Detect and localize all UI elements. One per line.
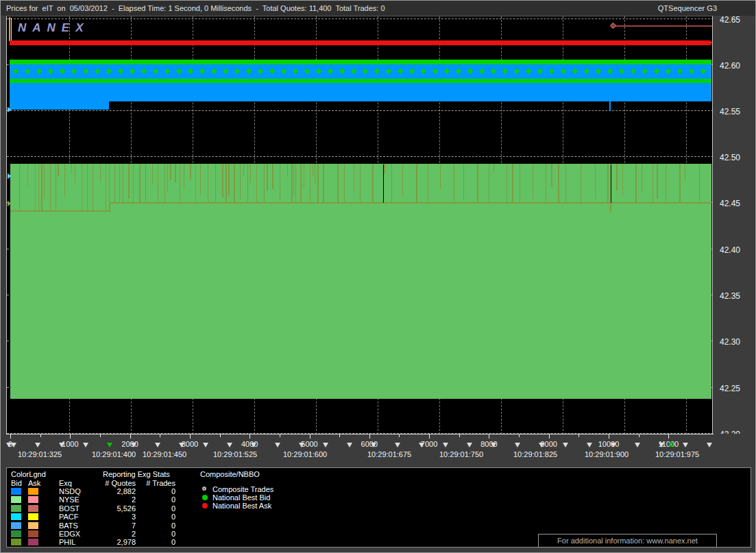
bid-flicker-spike xyxy=(56,164,56,212)
x-minor-tick xyxy=(100,434,101,437)
quote-marker-triangle xyxy=(707,443,712,447)
stats-title: Reporting Exg Stats xyxy=(103,470,170,478)
price-tick-label: 42.55 xyxy=(720,107,740,116)
bid-flicker-spike xyxy=(167,164,168,192)
nbbo-item-label: National Best Ask xyxy=(212,502,271,510)
x-time-label: 10:29:01:975 xyxy=(655,450,699,458)
nbb-circle-marker xyxy=(669,442,674,447)
ask-color-swatch xyxy=(28,505,38,512)
bid-color-swatch xyxy=(11,505,21,512)
exchange-quotes: 7 xyxy=(86,521,136,530)
bid-flicker-spike xyxy=(416,164,417,204)
left-frame-tick xyxy=(11,18,12,41)
bid-flicker-spike xyxy=(215,164,216,204)
quote-marker-triangle xyxy=(251,443,256,447)
bid-flicker-spike xyxy=(323,164,324,204)
bid-flicker-spike xyxy=(71,164,72,173)
bid-flicker-spike xyxy=(256,164,257,204)
quote-marker-triangle xyxy=(563,443,568,447)
x-time-label: 10:29:01:325 xyxy=(18,450,62,458)
exchange-trades: 0 xyxy=(141,513,175,521)
bid-color-swatch xyxy=(11,513,21,520)
quote-marker-triangle xyxy=(491,443,496,447)
bid-flicker-spike xyxy=(19,164,20,212)
col-header-ask: Ask xyxy=(28,479,40,487)
ask-color-swatch xyxy=(28,513,38,520)
bid-flicker-spike xyxy=(463,164,464,199)
quote-marker-triangle xyxy=(587,443,592,447)
exchange-name: NYSE xyxy=(59,495,80,504)
x-major-tick xyxy=(70,434,71,439)
bid-flicker-spike xyxy=(551,164,552,187)
x-major-tick xyxy=(668,434,669,439)
bid-flicker-spike xyxy=(699,164,700,204)
bid-flicker-spike xyxy=(477,164,478,204)
bid-flicker-spike xyxy=(93,164,93,212)
exchange-trades: 0 xyxy=(141,495,175,504)
bid-flicker-spike xyxy=(272,164,273,189)
bid-flicker-spike xyxy=(243,164,244,175)
bid-flicker-spike xyxy=(287,164,288,177)
bid-flicker-spike xyxy=(164,164,165,204)
national-best-ask-dot xyxy=(202,503,208,508)
nbbo-title: Composite/NBBO xyxy=(200,470,260,478)
bid-flicker-spike xyxy=(228,164,230,195)
x-time-label: 10:29:01:525 xyxy=(213,450,257,458)
bid-flicker-spike xyxy=(44,164,45,199)
bid-flicker-spike xyxy=(35,164,36,212)
title-bar: Prices for eIT on 05/03/2012 - Elapsed T… xyxy=(1,1,756,16)
bid-flicker-spike xyxy=(344,164,345,204)
exchange-quotes: 2,882 xyxy=(86,487,136,495)
x-minor-tick xyxy=(40,434,41,437)
bid-flicker-spike xyxy=(280,164,280,204)
x-axis-line xyxy=(6,434,714,434)
bid-flicker-spike xyxy=(247,164,248,204)
phil-bid-line-right xyxy=(109,202,711,204)
chart-plot-area[interactable]: NANEX xyxy=(6,16,713,434)
bid-flicker-spike xyxy=(360,164,361,204)
x-minor-tick xyxy=(519,434,520,437)
bid-flicker-spike xyxy=(337,164,339,204)
quote-marker-triangle xyxy=(419,443,424,447)
bid-flicker-spike xyxy=(313,164,313,176)
quote-marker-triangle xyxy=(635,443,640,447)
bid-flicker-spike xyxy=(75,164,75,183)
ask-color-swatch xyxy=(28,530,38,537)
ask-color-swatch xyxy=(28,539,38,545)
national-best-bid-dot xyxy=(202,495,208,500)
bid-flicker-spike xyxy=(635,164,637,204)
bid-flicker-spike xyxy=(27,164,28,187)
info-text: For additional information: www.nanex.ne… xyxy=(557,537,698,545)
bid-flicker-spike xyxy=(180,164,180,204)
exchange-quotes: 2,978 xyxy=(86,538,136,546)
bid-flicker-spike xyxy=(642,164,642,192)
legend-panel: ColorLgnd Reporting Exg Stats Bid Ask Ex… xyxy=(6,467,751,548)
exchange-name: BOST xyxy=(59,504,80,513)
phil-bid-dip-notch xyxy=(610,204,611,212)
x-time-label: 10:29:01:750 xyxy=(439,450,483,458)
nanex-logo: NANEX xyxy=(18,21,90,35)
bid-flicker-spike xyxy=(267,164,268,191)
bid-flicker-spike xyxy=(250,164,251,182)
bid-flicker-spike xyxy=(190,164,191,180)
bid-flicker-spike xyxy=(520,164,520,204)
quote-marker-triangle xyxy=(179,443,184,447)
x-minor-tick xyxy=(160,434,160,437)
h-gridline xyxy=(7,156,713,157)
bid-flicker-spike xyxy=(607,164,609,204)
x-time-label: 10:29:01:600 xyxy=(283,450,327,458)
x-major-tick xyxy=(609,434,609,439)
x-major-tick xyxy=(130,434,131,439)
bid-flicker-spike xyxy=(428,164,428,204)
h-gridline xyxy=(7,19,713,19)
x-minor-tick xyxy=(639,434,639,437)
nsdq-bid-dip-tick xyxy=(609,101,611,111)
bid-flicker-spike xyxy=(139,164,141,204)
phil-bid-line-left xyxy=(10,210,109,212)
quote-marker-triangle xyxy=(539,443,544,447)
quote-marker-triangle xyxy=(35,443,40,447)
bid-flicker-spike xyxy=(489,164,489,204)
x-major-tick xyxy=(489,434,489,439)
bid-flicker-spike xyxy=(595,164,596,199)
exchange-trades: 0 xyxy=(141,521,175,530)
